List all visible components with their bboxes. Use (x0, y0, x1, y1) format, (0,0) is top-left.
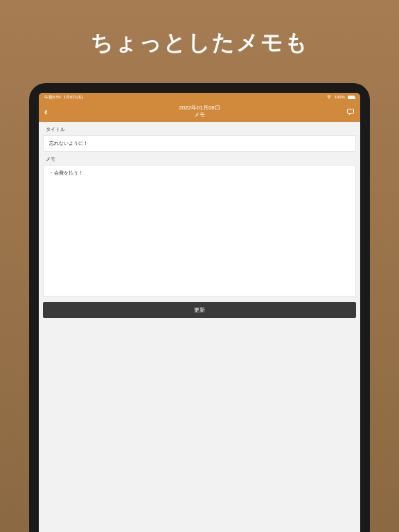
title-input[interactable]: 忘れないように！ (43, 135, 356, 152)
wifi-icon (326, 95, 332, 100)
tablet-device-frame: 午後6:59 1月6日(木) 100% ‹ 2022年01月08日 メモ タ (29, 83, 370, 532)
update-button[interactable]: 更新 (43, 302, 356, 318)
svg-point-0 (328, 98, 329, 98)
nav-title-sub: メモ (39, 112, 360, 118)
title-label: タイトル (39, 122, 360, 135)
battery-icon (348, 96, 355, 99)
status-time: 午後6:59 (44, 94, 61, 100)
promo-headline: ちょっとしたメモも (0, 0, 399, 78)
status-date: 1月6日(木) (64, 94, 84, 100)
nav-title-date: 2022年01月08日 (39, 105, 360, 112)
memo-label: メモ (39, 152, 360, 165)
memo-form: タイトル 忘れないように！ メモ ・会費を払う！ 更新 (39, 122, 360, 532)
chat-icon[interactable] (346, 107, 355, 116)
status-bar: 午後6:59 1月6日(木) 100% (39, 93, 360, 101)
navigation-bar: ‹ 2022年01月08日 メモ (39, 101, 360, 122)
tablet-screen: 午後6:59 1月6日(木) 100% ‹ 2022年01月08日 メモ タ (39, 93, 360, 532)
status-right: 100% (326, 95, 355, 100)
nav-title: 2022年01月08日 メモ (39, 105, 360, 119)
memo-textarea[interactable]: ・会費を払う！ (43, 165, 356, 296)
battery-percent: 100% (335, 95, 345, 99)
svg-rect-1 (348, 109, 354, 114)
status-left: 午後6:59 1月6日(木) (44, 94, 83, 100)
